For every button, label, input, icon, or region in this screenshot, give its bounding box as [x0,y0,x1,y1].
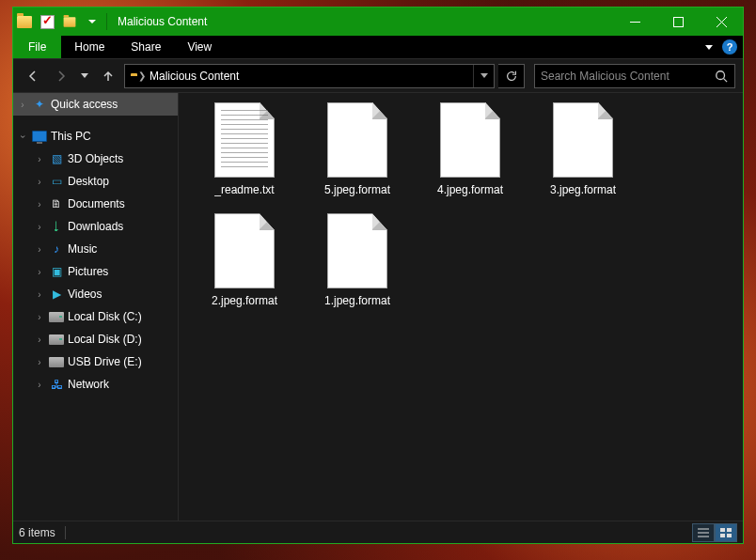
drive-icon [49,332,64,347]
file-label: 1.jpeg.format [324,294,390,307]
breadcrumb-separator-icon[interactable]: ❯ [134,70,150,81]
chevron-right-icon[interactable]: › [34,267,45,277]
navigation-bar: ❯ Malicious Content [13,59,743,93]
chevron-right-icon[interactable]: › [34,154,45,164]
svg-rect-10 [727,528,732,532]
close-button[interactable] [700,8,743,36]
file-item[interactable]: 5.jpeg.format [312,102,402,196]
search-input[interactable] [535,70,708,83]
qat-overflow[interactable] [81,8,103,36]
this-pc-icon [32,129,47,144]
maximize-button[interactable] [656,8,700,36]
quick-access-icon: ✦ [32,97,47,112]
chevron-right-icon[interactable]: › [34,357,45,367]
title-bar[interactable]: Malicious Content [13,8,743,36]
view-mode-controls [692,523,737,542]
usb-drive-icon [49,354,64,369]
minimize-button[interactable] [613,8,656,36]
sidebar-item-local-disk-d[interactable]: › Local Disk (D:) [13,328,178,350]
search-icon[interactable] [708,70,734,83]
sidebar-label: USB Drive (E:) [68,355,142,368]
sidebar-item-downloads[interactable]: › ⭣ Downloads [13,215,178,238]
sidebar-label: Downloads [68,220,123,233]
nav-up-button[interactable] [96,64,120,88]
chevron-right-icon[interactable]: › [34,334,45,345]
file-item[interactable]: 4.jpeg.format [425,102,515,196]
sidebar-item-this-pc[interactable]: › This PC [13,125,178,148]
sidebar-label: Documents [68,197,125,210]
desktop-icon: ▭ [49,174,64,189]
3d-objects-icon: ▧ [49,151,64,166]
sidebar-item-3d-objects[interactable]: › ▧ 3D Objects [13,148,178,170]
file-list[interactable]: _readme.txt 5.jpeg.format 4.jpeg.format [179,93,743,521]
sidebar-label: Music [68,242,97,256]
navigation-pane[interactable]: › ✦ Quick access › This PC › ▧ 3D Object… [13,93,179,521]
sidebar-label: This PC [51,130,91,143]
tab-view[interactable]: View [174,36,225,58]
chevron-right-icon[interactable]: › [17,100,28,110]
qat-properties-icon[interactable] [36,8,58,36]
nav-recent-dropdown[interactable] [77,64,92,88]
file-item[interactable]: 2.jpeg.format [199,213,290,307]
search-box[interactable] [534,64,735,88]
chevron-right-icon[interactable]: › [34,222,45,232]
sidebar-item-documents[interactable]: › 🗎 Documents [13,193,178,215]
svg-rect-9 [720,528,725,532]
sidebar-item-usb-drive-e[interactable]: › USB Drive (E:) [13,350,178,373]
refresh-button[interactable] [498,64,525,88]
chevron-right-icon[interactable]: › [34,289,45,300]
qat-new-folder-icon[interactable] [58,8,81,36]
sidebar-label: Local Disk (C:) [68,310,142,323]
sidebar-item-network[interactable]: › 🖧 Network [13,373,178,396]
window-title: Malicious Content [118,15,207,28]
generic-file-icon [327,102,387,178]
nav-back-button[interactable] [21,64,45,88]
chevron-right-icon[interactable]: › [34,380,45,390]
file-label: 2.jpeg.format [212,294,277,307]
videos-icon: ▶ [49,287,64,302]
file-item[interactable]: _readme.txt [199,102,290,196]
sidebar-item-pictures[interactable]: › ▣ Pictures [13,260,178,283]
tab-file[interactable]: File [13,36,61,58]
svg-rect-12 [727,534,732,537]
chevron-down-icon[interactable]: › [18,131,28,142]
tab-home[interactable]: Home [61,36,118,58]
file-label: 5.jpeg.format [324,183,390,196]
address-dropdown[interactable] [473,65,494,87]
svg-rect-1 [673,17,683,26]
sidebar-item-videos[interactable]: › ▶ Videos [13,283,178,305]
file-explorer-window: Malicious Content File Home Share View ? [12,7,744,544]
status-item-count: 6 items [19,526,55,539]
generic-file-icon [214,213,275,288]
breadcrumb-current[interactable]: Malicious Content [150,70,239,83]
music-icon: ♪ [49,241,64,257]
details-view-button[interactable] [692,523,715,542]
downloads-icon: ⭣ [49,219,64,234]
nav-forward-button[interactable] [49,64,73,88]
chevron-right-icon[interactable]: › [34,177,45,187]
file-item[interactable]: 3.jpeg.format [538,102,628,196]
svg-line-5 [724,78,728,82]
sidebar-item-desktop[interactable]: › ▭ Desktop [13,170,178,193]
tab-share[interactable]: Share [118,36,174,58]
sidebar-item-local-disk-c[interactable]: › Local Disk (C:) [13,305,178,328]
generic-file-icon [327,213,387,288]
chevron-right-icon[interactable]: › [34,199,45,210]
pictures-icon: ▣ [49,264,64,279]
sidebar-label: Quick access [51,98,118,111]
file-item[interactable]: 1.jpeg.format [312,213,402,307]
explorer-body: › ✦ Quick access › This PC › ▧ 3D Object… [13,93,743,521]
generic-file-icon [553,102,613,178]
qat-folder-icon[interactable] [13,8,36,36]
sidebar-label: Videos [68,288,102,301]
network-icon: 🖧 [49,377,64,392]
chevron-right-icon[interactable]: › [34,244,45,255]
generic-file-icon [440,102,500,178]
help-icon[interactable]: ? [722,39,737,54]
sidebar-item-quick-access[interactable]: › ✦ Quick access [13,93,178,116]
large-icons-view-button[interactable] [715,523,737,542]
ribbon-collapse-icon[interactable] [705,45,713,50]
address-bar[interactable]: ❯ Malicious Content [124,64,495,88]
sidebar-item-music[interactable]: › ♪ Music [13,238,178,260]
chevron-right-icon[interactable]: › [34,312,45,322]
